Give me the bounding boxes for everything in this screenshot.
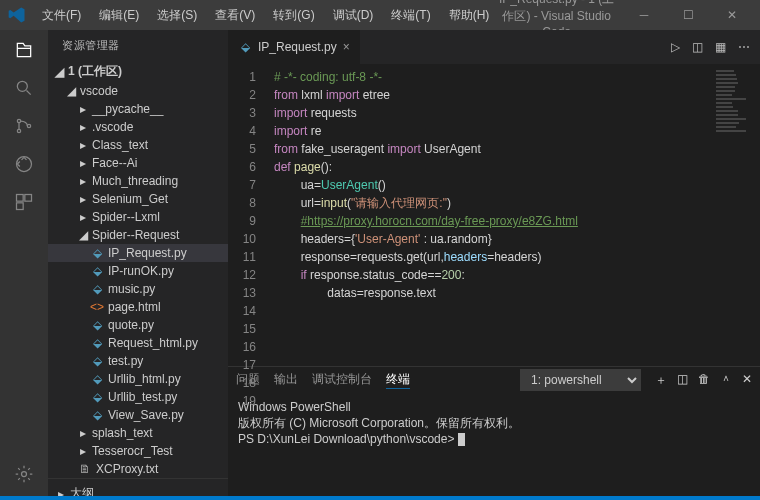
status-bar[interactable] — [0, 496, 760, 500]
terminal-selector[interactable]: 1: powershell — [520, 369, 641, 391]
split-editor-icon[interactable]: ◫ — [692, 40, 703, 54]
folder-item[interactable]: ◢Spider--Request — [48, 226, 228, 244]
file-item[interactable]: <>page.html — [48, 298, 228, 316]
bottom-panel: 问题输出调试控制台终端 1: powershell ＋ ◫ 🗑 ＾ ✕ Wind… — [228, 366, 760, 496]
folder-item[interactable]: ▸__pycache__ — [48, 100, 228, 118]
folder-item[interactable]: ▸Selenium_Get — [48, 190, 228, 208]
menu-item[interactable]: 查看(V) — [207, 3, 263, 28]
split-terminal-icon[interactable]: ◫ — [677, 372, 688, 389]
menu-bar: 文件(F)编辑(E)选择(S)查看(V)转到(G)调试(D)终端(T)帮助(H) — [34, 3, 497, 28]
more-actions-icon[interactable]: ⋯ — [738, 40, 750, 54]
panel-tab[interactable]: 输出 — [274, 371, 298, 389]
panel-tab[interactable]: 终端 — [386, 371, 410, 389]
terminal[interactable]: Windows PowerShell版权所有 (C) Microsoft Cor… — [228, 393, 760, 496]
trash-icon[interactable]: 🗑 — [698, 372, 710, 389]
file-item[interactable]: ⬙IP_Request.py — [48, 244, 228, 262]
layout-icon[interactable]: ▦ — [715, 40, 726, 54]
folder-item[interactable]: ▸Face--Ai — [48, 154, 228, 172]
menu-item[interactable]: 帮助(H) — [441, 3, 498, 28]
editor-tabs: ⬙ IP_Request.py × ▷ ◫ ▦ ⋯ — [228, 30, 760, 64]
minimap[interactable] — [712, 64, 760, 366]
menu-item[interactable]: 编辑(E) — [91, 3, 147, 28]
menu-item[interactable]: 调试(D) — [325, 3, 382, 28]
file-item[interactable]: ⬙music.py — [48, 280, 228, 298]
workspace-root[interactable]: ◢1 (工作区) — [48, 61, 228, 82]
menu-item[interactable]: 选择(S) — [149, 3, 205, 28]
file-item[interactable]: 🗎XCProxy.txt — [48, 460, 228, 478]
new-terminal-icon[interactable]: ＋ — [655, 372, 667, 389]
folder-item[interactable]: ▸Class_text — [48, 136, 228, 154]
svg-point-4 — [17, 157, 32, 172]
maximize-panel-icon[interactable]: ＾ — [720, 372, 732, 389]
folder-item[interactable]: ▸splash_text — [48, 424, 228, 442]
panel-tab[interactable]: 调试控制台 — [312, 371, 372, 389]
close-button[interactable]: ✕ — [712, 8, 752, 22]
explorer-icon[interactable] — [12, 38, 36, 62]
tab-label: IP_Request.py — [258, 40, 337, 54]
sidebar-header: 资源管理器 — [48, 30, 228, 61]
folder-item[interactable]: ▸Spider--Lxml — [48, 208, 228, 226]
folder-item[interactable]: ▸Tesserocr_Test — [48, 442, 228, 460]
svg-rect-6 — [25, 195, 32, 202]
line-numbers: 12345678910111213141516171819 — [228, 64, 268, 366]
source-control-icon[interactable] — [12, 114, 36, 138]
svg-point-1 — [17, 119, 20, 122]
menu-item[interactable]: 终端(T) — [383, 3, 438, 28]
svg-point-2 — [17, 129, 20, 132]
file-item[interactable]: ⬙View_Save.py — [48, 406, 228, 424]
file-item[interactable]: ⬙Urllib_html.py — [48, 370, 228, 388]
svg-point-0 — [17, 81, 27, 91]
svg-point-8 — [22, 472, 27, 477]
menu-item[interactable]: 转到(G) — [265, 3, 322, 28]
svg-rect-5 — [17, 195, 24, 202]
extensions-icon[interactable] — [12, 190, 36, 214]
folder-item[interactable]: ▸Much_threading — [48, 172, 228, 190]
debug-icon[interactable] — [12, 152, 36, 176]
file-item[interactable]: ⬙IP-runOK.py — [48, 262, 228, 280]
title-bar: 文件(F)编辑(E)选择(S)查看(V)转到(G)调试(D)终端(T)帮助(H)… — [0, 0, 760, 30]
svg-rect-7 — [17, 203, 24, 210]
activity-bar — [0, 30, 48, 496]
tab-ip-request[interactable]: ⬙ IP_Request.py × — [228, 30, 361, 64]
close-panel-icon[interactable]: ✕ — [742, 372, 752, 389]
code-editor[interactable]: # -*- coding: utf-8 -*-from lxml import … — [268, 64, 712, 366]
minimize-button[interactable]: ─ — [624, 8, 664, 22]
menu-item[interactable]: 文件(F) — [34, 3, 89, 28]
search-icon[interactable] — [12, 76, 36, 100]
file-item[interactable]: ⬙Request_html.py — [48, 334, 228, 352]
maximize-button[interactable]: ☐ — [668, 8, 708, 22]
folder-item[interactable]: ◢vscode — [48, 82, 228, 100]
file-item[interactable]: ⬙quote.py — [48, 316, 228, 334]
file-item[interactable]: ⬙test.py — [48, 352, 228, 370]
settings-gear-icon[interactable] — [12, 462, 36, 486]
folder-item[interactable]: ▸.vscode — [48, 118, 228, 136]
vscode-logo-icon — [0, 5, 34, 25]
run-icon[interactable]: ▷ — [671, 40, 680, 54]
tab-close-icon[interactable]: × — [343, 40, 350, 54]
file-item[interactable]: ⬙Urllib_test.py — [48, 388, 228, 406]
explorer-sidebar: 资源管理器 ◢1 (工作区) ◢vscode▸__pycache__▸.vsco… — [48, 30, 228, 496]
